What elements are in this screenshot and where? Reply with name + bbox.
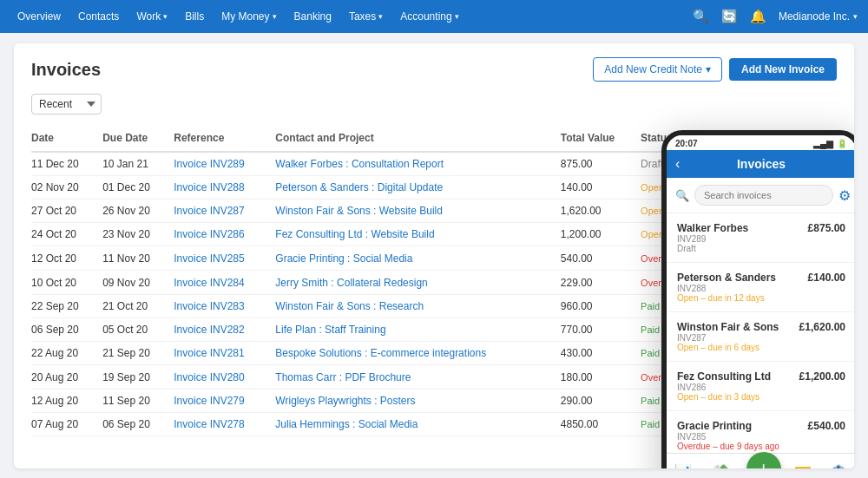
mobile-nav-banking[interactable]: 🏦 Banking — [825, 463, 853, 468]
cell-contact: Thomas Carr : PDF Brochure — [275, 365, 560, 390]
money-in-icon: 💳 — [794, 463, 812, 468]
invoice-link[interactable]: Invoice INV278 — [174, 418, 244, 430]
col-reference: Reference — [174, 127, 275, 152]
mobile-search-input[interactable] — [694, 185, 833, 206]
cell-value: 540.00 — [561, 246, 641, 271]
invoice-link[interactable]: Invoice INV284 — [174, 277, 244, 289]
invoice-link[interactable]: Invoice INV286 — [174, 228, 244, 240]
mobile-item-status: Open – due in 3 days — [677, 392, 771, 402]
contact-project-link[interactable]: Bespoke Solutions : E-commerce integrati… — [275, 347, 486, 359]
nav-taxes[interactable]: Taxes ▾ — [342, 7, 390, 26]
page-title: Invoices — [31, 60, 101, 80]
search-icon[interactable]: 🔍 — [693, 9, 709, 24]
mobile-bottom-nav: 📊 Insights 💸 Money Out + 💳 Money In 🏦 Ba… — [667, 453, 854, 468]
cell-due-date: 11 Sep 20 — [102, 390, 174, 413]
cell-reference: Invoice INV286 — [174, 223, 275, 246]
cell-reference: Invoice INV287 — [174, 200, 275, 223]
invoice-link[interactable]: Invoice INV282 — [174, 324, 244, 336]
mobile-nav-money-out[interactable]: 💸 Money Out — [702, 463, 740, 468]
mobile-list-item[interactable]: Walker Forbes INV289 Draft £875.00 — [667, 213, 854, 263]
mobile-fab-add-button[interactable]: + — [746, 452, 781, 469]
cell-date: 06 Sep 20 — [31, 318, 102, 342]
mobile-item-name: Gracie Printing — [677, 420, 779, 432]
mobile-list-item[interactable]: Fez Consulting Ltd INV286 Open – due in … — [667, 362, 854, 411]
cell-value: 140.00 — [561, 176, 641, 200]
contact-project-link[interactable]: Thomas Carr : PDF Brochure — [275, 371, 411, 383]
cell-contact: Gracie Printing : Social Media — [275, 246, 560, 271]
contact-project-link[interactable]: Life Plan : Staff Training — [275, 324, 385, 336]
cell-value: 4850.00 — [561, 413, 641, 436]
page-header: Invoices Add New Credit Note ▾ Add New I… — [31, 57, 837, 82]
contact-project-link[interactable]: Winston Fair & Sons : Website Build — [275, 205, 443, 217]
contact-project-link[interactable]: Walker Forbes : Consultation Report — [275, 158, 444, 170]
contact-project-link[interactable]: Peterson & Sanders : Digital Update — [275, 181, 443, 193]
mobile-back-button[interactable]: ‹ — [675, 156, 680, 172]
cell-reference: Invoice INV280 — [174, 365, 275, 390]
invoice-link[interactable]: Invoice INV287 — [174, 205, 244, 217]
col-due-date: Due Date — [102, 127, 174, 152]
mobile-item-amount: £1,200.00 — [799, 370, 845, 383]
mobile-item-inv: INV287 — [677, 333, 779, 343]
invoice-link[interactable]: Invoice INV283 — [174, 300, 244, 312]
money-out-icon: 💸 — [713, 463, 730, 468]
mobile-item-amount: £1,620.00 — [799, 321, 845, 333]
cell-due-date: 26 Nov 20 — [102, 200, 174, 223]
mobile-status-icons: ▂▄▆ 🔋 — [813, 139, 847, 148]
cell-contact: Wrigleys Playwrights : Posters — [275, 390, 560, 413]
user-menu[interactable]: Medianode Inc. ▾ — [779, 10, 858, 23]
nav-work[interactable]: Work ▾ — [129, 7, 174, 26]
invoice-link[interactable]: Invoice INV288 — [174, 181, 244, 193]
cell-value: 290.00 — [561, 390, 641, 413]
mobile-item-name: Walker Forbes — [677, 222, 748, 234]
cell-value: 960.00 — [561, 295, 641, 318]
nav-right-section: 🔍 🔄 🔔 Medianode Inc. ▾ — [693, 9, 858, 24]
cell-value: 430.00 — [561, 342, 641, 365]
invoice-link[interactable]: Invoice INV285 — [174, 252, 244, 265]
nav-accounting[interactable]: Accounting ▾ — [393, 7, 465, 26]
mobile-nav-money-in[interactable]: 💳 Money In — [786, 463, 819, 468]
search-icon: 🔍 — [675, 189, 689, 202]
cell-contact: Julia Hemmings : Social Media — [275, 413, 560, 436]
contact-project-link[interactable]: Wrigleys Playwrights : Posters — [275, 395, 415, 407]
col-date: Date — [31, 127, 102, 152]
invoice-link[interactable]: Invoice INV279 — [174, 395, 244, 407]
bell-icon[interactable]: 🔔 — [750, 9, 766, 24]
invoice-link[interactable]: Invoice INV281 — [174, 347, 244, 359]
cell-date: 11 Dec 20 — [31, 152, 102, 176]
cell-date: 12 Aug 20 — [31, 390, 102, 413]
cell-value: 770.00 — [561, 318, 641, 342]
contact-project-link[interactable]: Fez Consulting Ltd : Website Build — [275, 228, 434, 240]
nav-overview[interactable]: Overview — [10, 7, 68, 26]
mobile-item-inv: INV289 — [677, 234, 748, 244]
invoice-link[interactable]: Invoice INV280 — [174, 371, 244, 383]
cell-due-date: 05 Oct 20 — [102, 318, 174, 342]
mobile-search-bar: 🔍 ⚙ — [667, 178, 854, 213]
cell-date: 22 Sep 20 — [31, 295, 102, 318]
invoice-link[interactable]: Invoice INV289 — [174, 158, 244, 170]
nav-contacts[interactable]: Contacts — [71, 7, 126, 26]
mobile-item-status: Open – due in 6 days — [677, 343, 779, 352]
nav-my-money[interactable]: My Money ▾ — [214, 7, 283, 26]
cell-contact: Jerry Smith : Collateral Redesign — [275, 271, 560, 295]
add-credit-note-button[interactable]: Add New Credit Note ▾ — [593, 57, 722, 82]
cell-contact: Peterson & Sanders : Digital Update — [275, 176, 560, 200]
mobile-list-item[interactable]: Winston Fair & Sons INV287 Open – due in… — [667, 312, 854, 362]
chevron-down-icon: ▾ — [273, 12, 277, 21]
cell-due-date: 09 Nov 20 — [102, 271, 174, 295]
chevron-down-icon: ▾ — [706, 63, 711, 75]
nav-banking[interactable]: Banking — [287, 7, 339, 26]
cell-date: 20 Aug 20 — [31, 365, 102, 390]
contact-project-link[interactable]: Winston Fair & Sons : Research — [275, 300, 424, 312]
nav-bills[interactable]: Bills — [178, 7, 211, 26]
sync-icon[interactable]: 🔄 — [721, 9, 738, 24]
filter-select[interactable]: Recent All Draft Open Overdue Paid — [31, 94, 102, 115]
contact-project-link[interactable]: Gracie Printing : Social Media — [275, 252, 412, 265]
add-new-invoice-button[interactable]: Add New Invoice — [729, 58, 837, 81]
mobile-item-info: Winston Fair & Sons INV287 Open – due in… — [677, 321, 779, 352]
mobile-filter-icon[interactable]: ⚙ — [838, 187, 851, 204]
mobile-list-item[interactable]: Peterson & Sanders INV288 Open – due in … — [667, 263, 854, 312]
contact-project-link[interactable]: Julia Hemmings : Social Media — [275, 418, 418, 430]
mobile-nav-insights[interactable]: 📊 Insights — [669, 463, 696, 468]
chevron-down-icon: ▾ — [455, 12, 459, 21]
contact-project-link[interactable]: Jerry Smith : Collateral Redesign — [275, 277, 427, 289]
